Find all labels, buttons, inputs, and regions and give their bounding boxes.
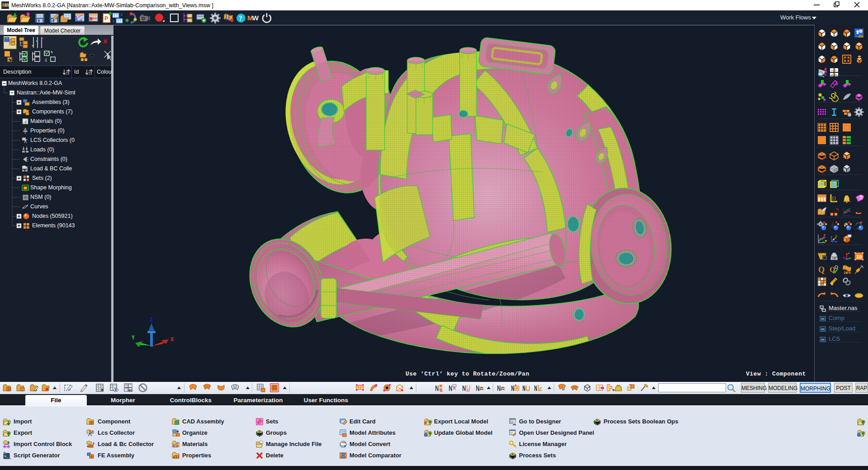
svg-text:W: W <box>252 14 259 22</box>
svg-text:W: W <box>5 3 9 8</box>
svg-text:>_: >_ <box>4 454 9 458</box>
svg-text:ID: ID <box>856 254 863 260</box>
svg-text:E: E <box>25 121 27 125</box>
svg-text:?: ? <box>239 14 242 22</box>
svg-text:ALL: ALL <box>128 389 133 392</box>
svg-text:X: X <box>170 337 174 343</box>
svg-text:INFO: INFO <box>844 272 851 274</box>
svg-text:E: E <box>80 18 83 21</box>
svg-text:E: E <box>822 240 825 244</box>
svg-text:Q: Q <box>818 265 825 274</box>
svg-text:Z: Z <box>150 317 153 323</box>
svg-text:E: E <box>176 444 178 447</box>
svg-text:z: z <box>92 429 93 432</box>
svg-text:z: z <box>848 252 849 254</box>
svg-text:P: P <box>104 15 108 22</box>
svg-text:E: E <box>34 389 36 392</box>
svg-text:1gr: 1gr <box>832 256 837 259</box>
svg-text:Y: Y <box>132 335 135 341</box>
